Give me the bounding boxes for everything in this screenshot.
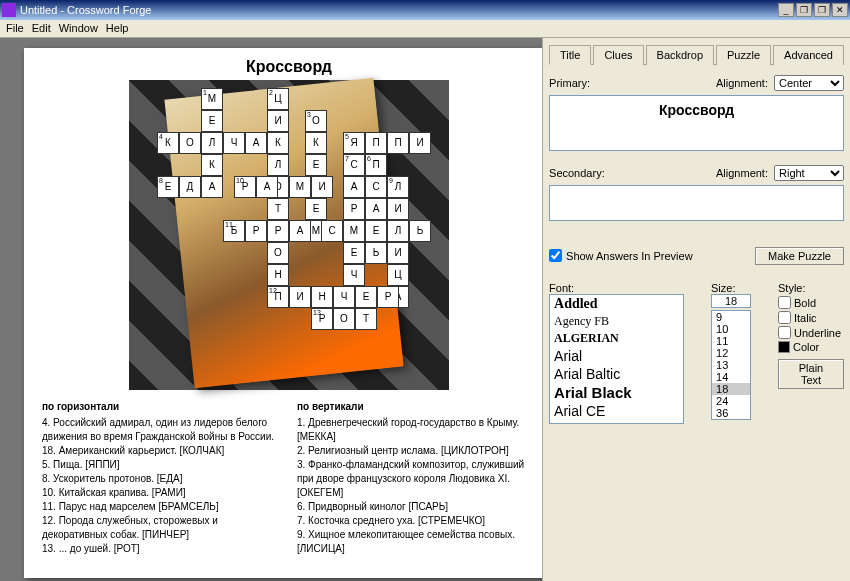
down-column: по вертикали 1. Древнегреческий город-го… [297, 400, 536, 556]
menu-help[interactable]: Help [106, 22, 129, 35]
crossword-cell: П12 [267, 286, 289, 308]
menu-edit[interactable]: Edit [32, 22, 51, 35]
crossword-cell: Е [305, 198, 327, 220]
size-list[interactable]: 91011121314182436 [711, 310, 751, 420]
clue-item: 7. Косточка среднего уха. [СТРЕМЕЧКО] [297, 514, 536, 528]
underline-checkbox[interactable]: Underline [778, 326, 844, 339]
crossword-cell: Е [355, 286, 377, 308]
across-column: по горизонтали 4. Российский адмирал, од… [42, 400, 281, 556]
size-label: Size: [711, 282, 751, 294]
clue-item: 12. Порода служебных, сторожевых и декор… [42, 514, 281, 542]
crossword-cell: Е [343, 242, 365, 264]
font-item[interactable]: ALGERIAN [550, 330, 683, 347]
crossword-cell: К [267, 132, 289, 154]
crossword-cell: П6 [365, 154, 387, 176]
crossword-grid: М1ЕК4ОЛЧАККЕ8ДАЦ2ИКЛОТРОНО3КЕГЕМЯ5ППИС7А… [129, 80, 449, 390]
menu-window[interactable]: Window [59, 22, 98, 35]
size-item[interactable]: 11 [712, 335, 750, 347]
minimize-button[interactable]: _ [778, 3, 794, 17]
size-item[interactable]: 9 [712, 311, 750, 323]
font-item[interactable]: Arial CE [550, 402, 683, 420]
primary-text-input[interactable] [549, 95, 844, 151]
crossword-cell: О [267, 242, 289, 264]
close-button[interactable]: ✕ [832, 3, 848, 17]
crossword-cell: И [267, 110, 289, 132]
tab-backdrop[interactable]: Backdrop [646, 45, 714, 65]
font-label: Font: [549, 282, 684, 294]
clue-item: 2. Религиозный центр ислама. [ЦИКЛОТРОН] [297, 444, 536, 458]
secondary-alignment-select[interactable]: Right [774, 165, 844, 181]
crossword-cell: Н [311, 286, 333, 308]
plain-text-button[interactable]: Plain Text [778, 359, 844, 389]
crossword-cell: С [321, 220, 343, 242]
app-icon [2, 3, 16, 17]
crossword-cell: И [409, 132, 431, 154]
titlebar: Untitled - Crossword Forge _ ❐ ❐ ✕ [0, 0, 850, 20]
size-item[interactable]: 13 [712, 359, 750, 371]
crossword-cell: Ч [333, 286, 355, 308]
font-list[interactable]: AddledAgency FBALGERIANArialArial Baltic… [549, 294, 684, 424]
tab-clues[interactable]: Clues [593, 45, 643, 65]
tab-advanced[interactable]: Advanced [773, 45, 844, 65]
crossword-cell: И [387, 198, 409, 220]
crossword-cell: А [343, 176, 365, 198]
crossword-cell: П [387, 132, 409, 154]
font-item[interactable]: Arial [550, 347, 683, 365]
italic-checkbox[interactable]: Italic [778, 311, 844, 324]
style-label: Style: [778, 282, 844, 294]
size-input[interactable] [711, 294, 751, 308]
window-title: Untitled - Crossword Forge [20, 4, 778, 16]
primary-alignment-select[interactable]: Center [774, 75, 844, 91]
color-swatch[interactable]: Color [778, 341, 844, 353]
alignment-label-2: Alignment: [716, 167, 768, 179]
crossword-cell: Р10 [234, 176, 256, 198]
size-item[interactable]: 12 [712, 347, 750, 359]
crossword-cell: Е8 [157, 176, 179, 198]
crossword-cell: Р [377, 286, 399, 308]
crossword-cell: И [289, 286, 311, 308]
make-puzzle-button[interactable]: Make Puzzle [755, 247, 844, 265]
menu-file[interactable]: File [6, 22, 24, 35]
crossword-cell: Е [365, 220, 387, 242]
clue-item: 9. Хищное млекопитающее семейства псовых… [297, 528, 536, 556]
crossword-cell: М [289, 176, 311, 198]
font-item[interactable]: Arial Baltic [550, 365, 683, 383]
preview-area: Кроссворд М1ЕК4ОЛЧАККЕ8ДАЦ2ИКЛОТРОНО3КЕГ… [0, 38, 542, 581]
secondary-text-input[interactable] [549, 185, 844, 221]
crossword-cell: К [305, 132, 327, 154]
crossword-cell: К [201, 154, 223, 176]
size-item[interactable]: 36 [712, 407, 750, 419]
font-item[interactable]: Agency FB [550, 313, 683, 330]
size-item[interactable]: 24 [712, 395, 750, 407]
size-item[interactable]: 10 [712, 323, 750, 335]
tab-puzzle[interactable]: Puzzle [716, 45, 771, 65]
crossword-cell: К4 [157, 132, 179, 154]
clues: по горизонтали 4. Российский адмирал, од… [42, 400, 536, 556]
clue-item: 5. Пища. [ЯППИ] [42, 458, 281, 472]
tabs: Title Clues Backdrop Puzzle Advanced [549, 44, 844, 65]
show-answers-checkbox[interactable]: Show Answers In Preview [549, 249, 693, 262]
crossword-cell: И [311, 176, 333, 198]
font-item[interactable]: Arial Black [550, 383, 683, 402]
crossword-cell: Ц2 [267, 88, 289, 110]
crossword-cell: Ч [343, 264, 365, 286]
crossword-cell: М1 [201, 88, 223, 110]
down-title: по вертикали [297, 400, 536, 414]
window-buttons: _ ❐ ❐ ✕ [778, 3, 848, 17]
restore-button[interactable]: ❐ [796, 3, 812, 17]
font-item[interactable]: Arial CYR [550, 420, 683, 424]
tab-title[interactable]: Title [549, 45, 591, 65]
font-item[interactable]: Addled [550, 295, 683, 313]
size-item[interactable]: 18 [712, 383, 750, 395]
crossword-cell: Ь [365, 242, 387, 264]
crossword-cell: Ч [223, 132, 245, 154]
maximize-button[interactable]: ❐ [814, 3, 830, 17]
size-item[interactable]: 14 [712, 371, 750, 383]
puzzle-title: Кроссворд [42, 58, 536, 76]
crossword-cell: Р [267, 220, 289, 242]
clue-item: 10. Китайская крапива. [РАМИ] [42, 486, 281, 500]
bold-checkbox[interactable]: Bold [778, 296, 844, 309]
crossword-cell: Л [267, 154, 289, 176]
workspace: Кроссворд М1ЕК4ОЛЧАККЕ8ДАЦ2ИКЛОТРОНО3КЕГ… [0, 38, 850, 581]
primary-label: Primary: [549, 77, 599, 89]
